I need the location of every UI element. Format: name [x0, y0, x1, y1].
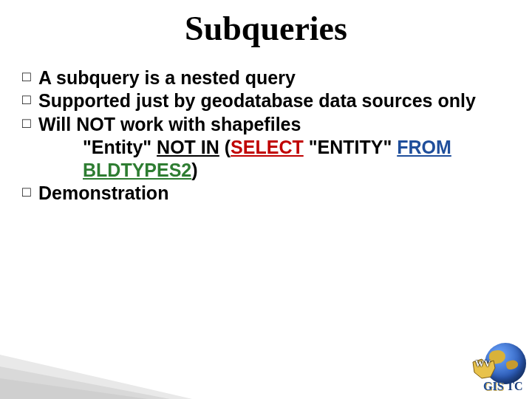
slide-title: Subqueries [0, 9, 532, 48]
svg-marker-0 [0, 355, 192, 399]
logo-tc: TC [504, 380, 523, 392]
bullet-text: Supported just by geodatabase data sourc… [38, 89, 510, 112]
bullet-item: □ Demonstration [22, 182, 510, 205]
code-keyword-notin: NOT IN [157, 137, 219, 157]
code-paren: ) [191, 160, 197, 180]
bullet-item: □ Supported just by geodatabase data sou… [22, 89, 510, 112]
slide-body: □ A subquery is a nested query □ Support… [22, 66, 510, 205]
wv-label: WV [475, 358, 491, 369]
bullet-item: □ Will NOT work with shapefiles [22, 113, 510, 136]
logo-text: GIS TC [483, 380, 523, 393]
square-bullet-icon: □ [22, 113, 38, 134]
svg-marker-1 [0, 366, 170, 399]
square-bullet-icon: □ [22, 66, 38, 87]
square-bullet-icon: □ [22, 89, 38, 110]
corner-decor [0, 332, 207, 399]
code-keyword-from: FROM [397, 137, 451, 157]
code-keyword-select: SELECT [231, 137, 304, 157]
code-literal: "Entity" [83, 137, 157, 157]
bullet-text: A subquery is a nested query [38, 66, 510, 89]
bullet-text: Demonstration [38, 182, 510, 205]
square-bullet-icon: □ [22, 182, 38, 202]
triangle-decor-icon [0, 332, 207, 399]
slide: Subqueries □ A subquery is a nested quer… [0, 0, 532, 399]
code-line: "Entity" NOT IN (SELECT "ENTITY" FROM BL… [22, 136, 510, 183]
code-text: "Entity" NOT IN (SELECT "ENTITY" FROM BL… [38, 136, 510, 183]
code-table: BLDTYPES2 [83, 160, 191, 180]
wv-gis-tc-logo: WV GIS TC [471, 343, 526, 393]
code-literal: "ENTITY" [304, 137, 398, 157]
bullet-item: □ A subquery is a nested query [22, 66, 510, 89]
code-paren: ( [219, 137, 231, 157]
logo-gis: GIS [483, 380, 504, 392]
bullet-text: Will NOT work with shapefiles [38, 113, 510, 136]
svg-marker-2 [0, 378, 148, 399]
